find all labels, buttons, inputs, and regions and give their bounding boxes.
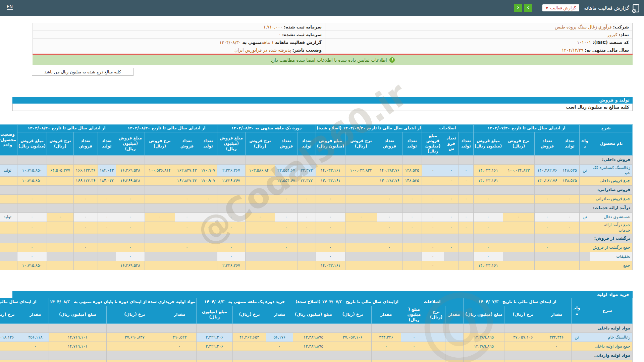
section-cell (534, 186, 560, 195)
value-cell: ۱۶۲,۸۳۷.۴۳ (175, 177, 199, 186)
value-cell: ۰ (22, 342, 49, 351)
value-cell: ۱۲,۳۸۹,۸۹۵ (463, 333, 504, 342)
value-cell: ۰ (542, 342, 572, 351)
row-label: زغالسنگ کنسانتره کک شو (590, 164, 633, 176)
table1-body: فروش داخلی:زغالسنگ کنسانتره کک شوتن۱۴۸,۵… (0, 155, 633, 270)
section-cell (266, 324, 293, 333)
section-cell (401, 324, 427, 333)
info-value: فرآوري زغال سنگ پروده طبس (555, 24, 612, 29)
section-cell (371, 324, 401, 333)
info-label: شرکت: (613, 24, 629, 29)
value-cell (334, 360, 371, 362)
value-cell (445, 333, 463, 342)
value-cell: ۰ (49, 360, 106, 362)
value-cell: ۰ (199, 213, 217, 222)
value-cell: ۰ (73, 195, 98, 204)
value-cell: ۱۸۴,۰۴۲ (98, 164, 116, 176)
section-cell (199, 186, 217, 195)
column-header: مقدار (371, 306, 401, 324)
unit-cell (579, 177, 590, 186)
value-cell: ۱۲,۳۸۹,۸۹۵ (293, 333, 334, 342)
info-row: کد صنعت (ISIC): ۱۰۱۰۰۱گزارش فعالیت ماهان… (33, 39, 632, 46)
column-group-header: از ابتدای سال مالی تا تاریخ ۱۴۰۴/۰۷/۳۰ (463, 298, 571, 306)
value-cell: ۱۰۳,۵۸۶,۸۴۰ (245, 164, 275, 176)
value-cell: ۲۲,۵۵۴.۶۷ (275, 164, 298, 176)
info-label: نماد: (619, 32, 629, 37)
section-cell (463, 324, 504, 333)
section-cell (504, 324, 542, 333)
section-row: فروش داخلی: (0, 155, 633, 164)
value-cell: ۰ (444, 164, 459, 176)
unit-cell (579, 252, 590, 261)
chevron-down-icon: ▼ (546, 6, 548, 10)
section-cell (345, 186, 377, 195)
section-label: مواد اولیه وارداتی (572, 351, 633, 360)
signed-info-notice: i اطلاعات نمایش داده شده با اطلاعات امضا… (33, 55, 633, 65)
value-cell: ۴۱,۴۶۲,۶۵۳ (232, 333, 266, 342)
section-cell (293, 324, 334, 333)
value-cell: ۰ (217, 195, 245, 204)
raw-material-purchase-table: شرحواحداز ابتدای سال مالی تا تاریخ ۱۴۰۴/… (0, 298, 633, 362)
prev-report-button[interactable]: ‹ (514, 4, 522, 12)
section-cell (98, 234, 116, 243)
info-label: وضعیت ناشر: (292, 48, 322, 53)
status-cell: تولید (0, 164, 17, 176)
info-row: نماد: کپرورسرمایه ثبت نشده: ۰ (33, 31, 632, 39)
value-cell (145, 252, 175, 261)
page-title: گزارش فعالیت ماهانه (584, 5, 629, 11)
value-cell (377, 252, 402, 261)
table-row: جمع درآمد ارائه خدمات۰۰۰۰۰۰۰۰۰۰۰۰۰۰۰۰۰۰ (0, 222, 633, 234)
status-cell (0, 261, 17, 270)
value-cell: ۱۰۰,۰۳۴,۸۲۳ (345, 164, 377, 176)
value-cell (232, 360, 266, 362)
column-group-header: واحد (572, 298, 582, 324)
section-cell (444, 186, 459, 195)
section-cell (459, 186, 473, 195)
section-cell (560, 186, 579, 195)
info-value: ۱۰۱۰۰۱ (577, 40, 591, 45)
value-cell: ۱۴۰,۲۸۲.۷۶ (534, 177, 560, 186)
status-cell (0, 222, 17, 234)
next-report-button[interactable]: › (524, 4, 532, 12)
value-cell: ۰ (73, 222, 98, 234)
section-cell (98, 204, 116, 213)
value-cell (245, 222, 275, 234)
column-header: تعداد فروش (275, 132, 298, 155)
value-cell: ۰ (422, 222, 444, 234)
value-cell: ۰ (401, 360, 427, 362)
value-cell: ۰ (47, 213, 73, 222)
value-cell: ۰ (422, 164, 444, 176)
value-cell (245, 261, 275, 270)
english-language-link[interactable]: EN (7, 4, 13, 10)
value-cell (98, 252, 116, 261)
section-cell (503, 234, 534, 243)
column-header: مبلغ فروش (میلیون ریال) (17, 132, 47, 155)
value-cell: ۳۷,۶۹۰,۸۳۷ (106, 333, 163, 342)
value-cell: ۰ (534, 243, 560, 252)
section-label: فروش صادراتی: (579, 186, 632, 195)
info-row: سال مالی منتهی به: ۱۴۰۴/۱۲/۲۹وضعیت ناشر:… (33, 46, 632, 54)
row-label: زغالسنگ خام (582, 333, 633, 342)
value-cell: ۰ (17, 252, 47, 261)
report-type-dropdown[interactable]: گزارش فعالیت ▼ (542, 4, 579, 11)
column-header: نرخ (ریال) (427, 306, 445, 324)
section-cell (298, 186, 316, 195)
section-row: درآمد ارائه خدمات: (0, 204, 633, 213)
value-cell (503, 177, 534, 186)
section-cell (175, 204, 199, 213)
value-cell: ۰ (245, 213, 275, 222)
info-label: سرمایه ثبت نشده: (282, 32, 322, 37)
value-cell (560, 252, 579, 261)
section-cell (345, 204, 377, 213)
column-group-header: از ابتدای سال مالی تا تاریخ ۱۴۰۳/۰۸/۳۰ (0, 298, 49, 306)
table-row: زغالسنگ خامتن۳۳۴,۳۴۶۳۷,۰۵۷,۱۰۶۱۲,۳۸۹,۸۹۵… (0, 333, 633, 342)
section-cell (0, 186, 17, 195)
value-cell: ۲۲,۳۷۲ (298, 164, 316, 176)
section-row: مواد اولیه داخلی (0, 324, 633, 333)
section-cell (402, 155, 422, 164)
section-cell (17, 186, 47, 195)
column-header: مقدار (266, 306, 293, 324)
value-cell: ۰ (402, 222, 422, 234)
value-cell: ۲۵,۰۱۸,۱۲۶ (0, 333, 22, 342)
value-cell: ۱۶,۳۶۹,۵۲۸ (116, 164, 145, 176)
